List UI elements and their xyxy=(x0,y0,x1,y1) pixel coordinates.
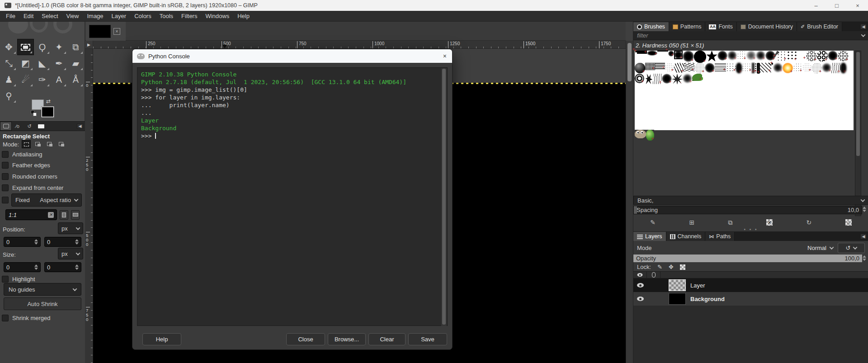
minimize-button[interactable]: – xyxy=(806,0,826,11)
brush-cell[interactable] xyxy=(635,130,646,138)
image-tab[interactable]: × xyxy=(86,22,126,41)
shrink-merged-checkbox[interactable] xyxy=(2,315,9,321)
brush-cell[interactable] xyxy=(840,63,846,73)
dock-tab[interactable]: AA Fonts xyxy=(705,22,736,31)
mode-add-button[interactable] xyxy=(33,140,42,148)
new-brush-icon[interactable]: ⊞ xyxy=(689,219,694,226)
tool-button[interactable]: ✒ xyxy=(51,55,67,71)
checkbox[interactable] xyxy=(2,151,9,158)
guides-dropdown[interactable]: No guides xyxy=(4,283,81,296)
layer-mode-dropdown[interactable]: Normal xyxy=(807,245,833,251)
dock-menu-icon[interactable]: ◀ xyxy=(77,123,83,129)
lock-pixels-icon[interactable]: ✎ xyxy=(657,264,662,270)
brush-cell[interactable] xyxy=(662,74,672,84)
fixed-checkbox[interactable] xyxy=(2,197,9,203)
brush-filter-input[interactable]: filter xyxy=(633,31,868,40)
brush-cell[interactable] xyxy=(635,74,644,83)
mode-intersect-button[interactable] xyxy=(57,140,66,148)
brush-cell[interactable] xyxy=(797,51,806,60)
tab-undo-history[interactable]: ↺ xyxy=(24,122,35,131)
menu-item[interactable]: Edit xyxy=(19,11,38,22)
menu-item[interactable]: Image xyxy=(83,11,107,22)
dock-tab[interactable]: Patterns xyxy=(669,22,706,31)
menu-item[interactable]: Help xyxy=(233,11,254,22)
save-button[interactable]: Save xyxy=(408,333,447,345)
brush-cell[interactable] xyxy=(674,51,683,59)
highlight-checkbox[interactable] xyxy=(2,276,9,283)
brush-cell[interactable] xyxy=(757,63,760,74)
spacing-slider[interactable]: Spacing 10,0 xyxy=(633,206,862,214)
tab-device-status[interactable]: ∕o xyxy=(12,122,24,131)
console-output[interactable]: GIMP 2.10.38 Python ConsolePython 2.7.18… xyxy=(137,67,448,326)
brush-cell[interactable] xyxy=(787,51,797,61)
brush-cell[interactable] xyxy=(756,51,765,60)
canvas-vertical-scrollbar[interactable] xyxy=(626,41,633,363)
tool-button[interactable]: ✦ xyxy=(51,39,67,55)
vertical-ruler[interactable]: 0250500750 xyxy=(85,49,93,363)
brush-cell[interactable] xyxy=(674,63,684,73)
brush-cell[interactable] xyxy=(683,51,694,62)
menu-item[interactable]: File xyxy=(2,11,19,22)
brush-cell[interactable] xyxy=(637,51,647,54)
position-x-spinner[interactable]: 0 xyxy=(4,237,41,247)
spacing-spinner[interactable] xyxy=(863,207,866,212)
position-unit-dropdown[interactable]: px xyxy=(58,222,83,234)
size-y-spinner[interactable]: 0 xyxy=(44,262,81,272)
tool-button[interactable]: ✑ xyxy=(34,71,51,88)
open-brush-as-image-icon[interactable]: ⌂ xyxy=(845,219,852,226)
layer-row[interactable]: Layer xyxy=(633,278,868,292)
dock-tab[interactable]: Channels xyxy=(666,232,706,241)
help-button[interactable]: Help xyxy=(142,333,181,345)
aspect-ratio-input[interactable]: 1:1 xyxy=(5,209,57,220)
horizontal-ruler[interactable]: 2505007501000125015001750 xyxy=(93,41,626,49)
console-close-icon[interactable]: × xyxy=(443,52,447,60)
size-x-spinner[interactable]: 0 xyxy=(4,262,41,272)
swap-colors-icon[interactable]: ⇄ xyxy=(46,98,51,104)
brush-cell[interactable] xyxy=(817,51,828,61)
brush-cell[interactable] xyxy=(828,51,838,61)
tab-navigation[interactable] xyxy=(35,122,47,131)
dock-tab[interactable]: ⋈ Paths xyxy=(705,232,735,241)
brush-cell[interactable] xyxy=(715,63,726,71)
brush-cell[interactable] xyxy=(644,74,653,84)
brush-group-dropdown[interactable]: Basic, xyxy=(633,196,868,205)
checkbox[interactable] xyxy=(2,162,9,169)
position-y-spinner[interactable]: 0 xyxy=(44,237,81,247)
tool-button[interactable]: ✥ xyxy=(0,39,17,55)
edit-brush-icon[interactable]: ✎ xyxy=(650,219,656,226)
checkbox[interactable] xyxy=(2,184,9,191)
brush-cell[interactable] xyxy=(777,51,787,61)
scrollbar-thumb[interactable] xyxy=(442,69,446,325)
brush-cell[interactable] xyxy=(742,63,752,72)
ruler-corner-button[interactable]: ▶ xyxy=(85,41,93,49)
dock-tab[interactable]: Document History xyxy=(737,22,797,31)
lock-position-icon[interactable]: ✥ xyxy=(669,264,674,270)
tool-button[interactable]: A xyxy=(51,71,67,88)
brush-cell[interactable] xyxy=(726,63,736,72)
brush-cell[interactable] xyxy=(635,63,645,73)
fixed-dropdown[interactable]: Fixed Aspect ratio xyxy=(11,193,82,207)
brush-cell[interactable] xyxy=(683,74,692,83)
brush-cell[interactable] xyxy=(645,63,655,70)
brush-cell[interactable] xyxy=(822,63,831,72)
brush-cell[interactable] xyxy=(783,63,793,73)
size-unit-dropdown[interactable]: px xyxy=(58,248,83,259)
brush-cell[interactable] xyxy=(705,63,715,73)
brush-cell[interactable] xyxy=(694,51,706,63)
brush-cell[interactable] xyxy=(838,51,849,61)
brush-cell[interactable] xyxy=(672,74,683,85)
link-column-header[interactable] xyxy=(647,272,660,278)
tool-button[interactable]: ⧉ xyxy=(67,39,84,55)
layer-row[interactable]: Background xyxy=(633,292,868,306)
brush-cell[interactable] xyxy=(694,63,705,73)
menu-item[interactable]: Filters xyxy=(177,11,201,22)
dock-menu-icon[interactable]: ◀ xyxy=(860,234,867,239)
clear-icon[interactable] xyxy=(48,212,54,218)
menu-item[interactable]: View xyxy=(62,11,83,22)
console-scrollbar[interactable] xyxy=(441,68,447,326)
menu-item[interactable]: Layer xyxy=(108,11,131,22)
tool-button[interactable]: ♟ xyxy=(0,71,17,88)
mode-replace-button[interactable] xyxy=(22,140,31,148)
tab-tool-options[interactable] xyxy=(0,122,12,131)
brush-cell[interactable] xyxy=(655,63,665,69)
